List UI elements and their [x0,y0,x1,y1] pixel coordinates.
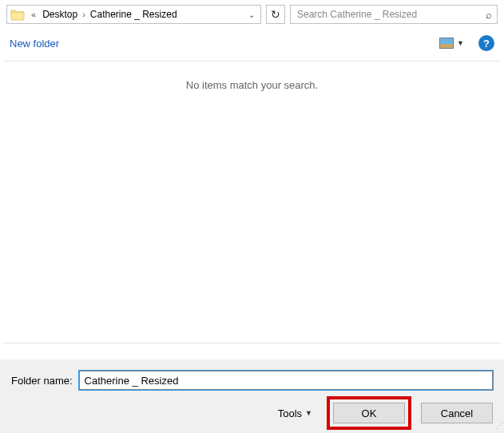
picture-icon [439,38,454,49]
dialog-footer: Folder name: Tools ▼ OK Cancel [0,360,504,433]
question-icon: ? [483,38,490,50]
breadcrumb-item-current[interactable]: Catherine _ Resized [87,9,181,20]
search-input[interactable] [297,9,486,20]
refresh-icon: ↻ [271,8,280,21]
refresh-button[interactable]: ↻ [266,5,285,24]
cancel-button[interactable]: Cancel [421,403,493,423]
address-bar[interactable]: « Desktop › Catherine _ Resized ⌄ [6,5,261,24]
folder-icon [10,8,25,21]
chevron-right-icon[interactable]: › [81,10,87,19]
address-toolbar: « Desktop › Catherine _ Resized ⌄ ↻ ⌕ [0,0,504,29]
file-list-area: No items match your search. [3,61,501,344]
view-mode-button[interactable]: ▼ [436,36,467,50]
command-bar: New folder ▼ ? [0,29,504,59]
new-folder-button[interactable]: New folder [10,38,59,50]
search-icon[interactable]: ⌕ [486,9,492,21]
address-dropdown-icon[interactable]: ⌄ [244,10,259,19]
empty-state-message: No items match your search. [186,79,318,91]
ok-button[interactable]: OK [333,403,405,423]
resize-grip-icon[interactable]: ⋰ [495,421,502,431]
tools-menu-button[interactable]: Tools ▼ [278,407,312,419]
folder-name-label: Folder name: [11,375,73,387]
help-button[interactable]: ? [478,35,494,51]
chevron-down-icon: ▼ [305,409,312,417]
highlight-annotation: OK [327,396,411,430]
breadcrumb-item-desktop[interactable]: Desktop [39,9,81,20]
breadcrumb-overflow-icon[interactable]: « [28,10,39,19]
search-box[interactable]: ⌕ [290,5,498,24]
folder-name-input[interactable] [79,371,493,390]
chevron-down-icon: ▼ [457,39,464,47]
tools-label: Tools [278,407,302,419]
